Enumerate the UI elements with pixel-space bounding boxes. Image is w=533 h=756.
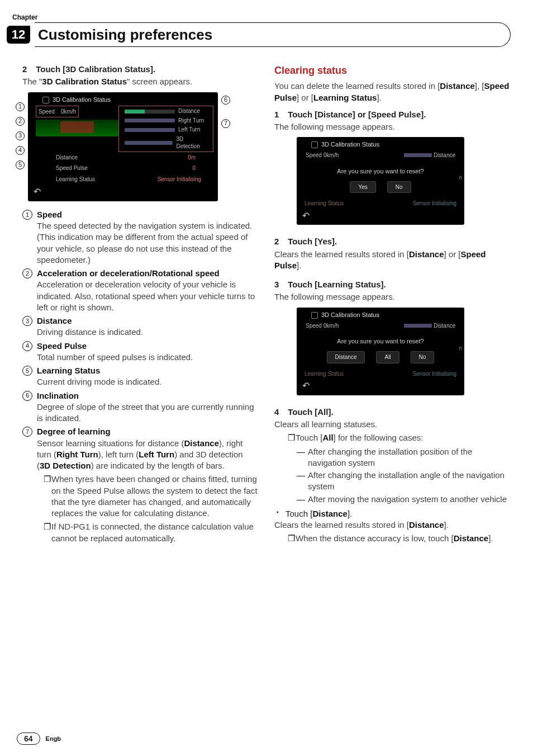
fig2-no-button: No	[387, 181, 411, 193]
square-icon: ▪	[277, 508, 285, 519]
def-num-7: 7	[22, 427, 32, 437]
def-title-learning: Learning Status	[37, 365, 259, 376]
fig3-foot-left: Learning Status	[304, 370, 344, 378]
note-icon: ❐	[44, 474, 51, 519]
def-desc-speed: The speed detected by the navigation sys…	[37, 220, 259, 266]
fig1-row-pulse-label: Speed Pulse	[56, 164, 88, 172]
step-title: Touch [3D Calibration Status].	[36, 64, 155, 74]
fig1-row-pulse-value: 0	[192, 164, 196, 172]
bar-3d-detection	[125, 141, 173, 145]
note-icon: ❐	[288, 432, 296, 443]
fig3-distance-button: Distance	[327, 351, 365, 363]
dash-1: After changing the installation position…	[308, 446, 511, 469]
fig2-foot-right: Sensor Initialising	[413, 200, 456, 207]
fig3-foot-right: Sensor Initialising	[413, 370, 456, 378]
bar-label: Right Turn	[178, 117, 204, 125]
def-desc-incl: Degree of slope of the street that you a…	[37, 401, 259, 424]
bar-distance	[125, 110, 175, 114]
def-num-6: 6	[22, 391, 32, 401]
fig3-title: 3D Calibration Status	[297, 311, 464, 322]
left-column: 2 Touch [3D Calibration Status]. The "3D…	[22, 64, 259, 549]
callout-7: 7	[221, 119, 230, 128]
note-icon: ❐	[288, 533, 296, 544]
def-num-1: 1	[22, 210, 32, 220]
figure-1: 3D Calibration Status Speed 0km/h	[28, 92, 218, 201]
page-footer: 64 Engb	[17, 733, 61, 745]
figure-3: 3D Calibration Status Speed 0km/h Distan…	[297, 308, 464, 395]
def-num-2: 2	[22, 268, 32, 278]
def-desc-pulse: Total number of speed pulses is indicate…	[37, 352, 259, 363]
dash-3: After moving the navigation system to an…	[308, 494, 511, 505]
fig2-dialog-msg: Are you sure you want to reset?	[307, 167, 454, 176]
clearing-intro: You can delete the learned results store…	[274, 81, 511, 103]
right-step-1: 1 Touch [Distance] or [Speed Pulse].	[274, 109, 511, 120]
bar-label: Distance	[178, 107, 200, 115]
chapter-label: Chapter	[12, 13, 511, 21]
callout-6: 6	[221, 96, 230, 105]
touch-all-lead: Touch [All] for the following cases:	[296, 432, 511, 443]
def-num-5: 5	[22, 366, 32, 376]
step-3-desc: The following message appears.	[274, 291, 511, 303]
back-icon: ↶	[28, 185, 218, 199]
callouts-left: 1 2 3 4 5	[16, 102, 25, 169]
right-step-3: 3 Touch [Learning Status].	[274, 279, 511, 290]
def-num-3: 3	[22, 316, 32, 326]
dash-icon: —	[297, 470, 308, 493]
page-number: 64	[17, 733, 40, 745]
bar-label: Left Turn	[178, 126, 200, 134]
fig1-speed-label: Speed	[39, 108, 55, 115]
fig3-edge-text: n	[459, 344, 462, 352]
callout-2: 2	[16, 117, 25, 126]
right-step-2: 2 Touch [Yes].	[274, 236, 511, 247]
lang-code: Engb	[46, 735, 61, 742]
step-number: 2	[274, 236, 285, 247]
left-step-2: 2 Touch [3D Calibration Status].	[22, 64, 259, 75]
dash-2: After changing the installation angle of…	[308, 470, 511, 493]
back-icon: ↶	[297, 379, 464, 393]
def-title-speed: Speed	[37, 209, 259, 220]
step-2-desc: Clears the learned results stored in [Di…	[274, 249, 511, 272]
def-desc-learning: Current driving mode is indicated.	[37, 376, 259, 388]
figure-1-wrap: 1 2 3 4 5 6 7 3D Calibration Status Spe	[28, 92, 218, 201]
dash-icon: —	[297, 494, 308, 505]
fig2-title: 3D Calibration Status	[297, 140, 464, 151]
def-num-4: 4	[22, 341, 32, 351]
step-number: 2	[22, 64, 34, 75]
def-title-accel: Acceleration or deceleration/Rotational …	[37, 268, 259, 279]
chapter-number-badge: 12	[7, 26, 30, 44]
step-4-desc: Clears all learning statuses.	[274, 419, 511, 430]
step-1-desc: The following message appears.	[274, 121, 511, 133]
definitions-list: 1 Speed The speed detected by the naviga…	[22, 209, 259, 546]
step-number: 1	[274, 109, 285, 120]
callouts-right: 6 7	[221, 96, 230, 128]
fig3-no-button: No	[411, 351, 435, 363]
fig2-edge-text: n	[459, 174, 462, 182]
sub-bullet-2: If ND-PG1 is connected, the distance cal…	[51, 521, 259, 544]
chapter-title-bar: Customising preferences	[35, 22, 511, 47]
touch-distance-row: ▪ Touch [Distance].	[277, 508, 511, 519]
def-desc-degree: Sensor learning situations for distance …	[37, 438, 259, 472]
heading-clearing-status: Clearing status	[274, 64, 511, 77]
fig2-foot-left: Learning Status	[304, 200, 344, 207]
def-desc-accel: Acceleration or deceleration velocity of…	[37, 279, 259, 313]
chapter-header: 12 Customising preferences	[22, 22, 511, 47]
fig1-row-distance-value: 0m	[188, 154, 196, 162]
fig1-row-learning-value: Sensor Initialising	[158, 176, 201, 183]
step-title: Touch [All].	[288, 407, 333, 417]
back-icon: ↶	[297, 209, 464, 223]
step-title: Touch [Distance] or [Speed Pulse].	[288, 110, 426, 119]
bar-label: 3D Detection	[176, 135, 207, 150]
right-column: Clearing status You can delete the learn…	[274, 64, 511, 549]
figure-2: 3D Calibration Status Speed 0km/h Distan…	[297, 137, 464, 225]
bar-right-turn	[125, 119, 175, 122]
callout-1: 1	[16, 102, 25, 111]
when-low: When the distance accuracy is low, touch…	[296, 533, 511, 544]
fig3-dialog-msg: Are you sure you want to reset?	[307, 337, 454, 346]
step-number: 4	[274, 407, 285, 418]
bar-left-turn	[125, 128, 175, 132]
note-icon: ❐	[44, 521, 51, 544]
step-2-desc: The "3D Calibration Status" screen appea…	[22, 76, 259, 87]
fig1-row-distance-label: Distance	[56, 154, 78, 162]
step-title: Touch [Learning Status].	[288, 280, 386, 289]
def-title-incl: Inclination	[37, 390, 259, 401]
